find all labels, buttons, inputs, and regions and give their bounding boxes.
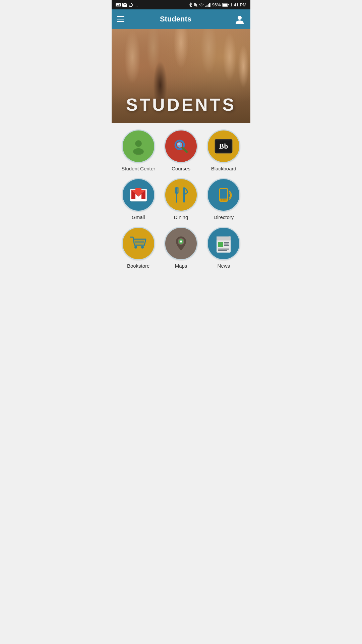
directory-icon: [214, 185, 233, 205]
grid-row-2: Gmail Dining: [117, 178, 245, 220]
svg-rect-53: [218, 242, 223, 247]
directory-icon-circle: [207, 178, 240, 212]
blackboard-label: Blackboard: [211, 166, 236, 171]
news-button[interactable]: News: [205, 227, 242, 269]
dots-label: ...: [134, 2, 138, 7]
gmail-icon: [129, 186, 148, 203]
svg-point-18: [133, 148, 143, 154]
app-grid: Student Center Courses Bb: [112, 123, 250, 282]
svg-rect-9: [209, 3, 210, 7]
dining-icon: [171, 185, 191, 205]
bookstore-button[interactable]: Bookstore: [120, 227, 157, 269]
student-center-button[interactable]: Student Center: [120, 129, 157, 171]
wifi-icon: [199, 3, 204, 7]
news-label: News: [218, 263, 230, 269]
grid-row-3: Bookstore Maps: [117, 227, 245, 269]
time-label: 1:41 PM: [230, 2, 246, 7]
svg-rect-13: [223, 4, 227, 6]
courses-icon-circle: [164, 129, 198, 163]
svg-rect-58: [218, 250, 227, 251]
mute-icon: [193, 2, 197, 7]
profile-button[interactable]: [234, 14, 245, 24]
svg-rect-56: [224, 245, 229, 246]
dining-icon-circle: [164, 178, 198, 212]
mail-status-icon: [122, 3, 127, 7]
status-left: ...: [116, 2, 138, 7]
svg-point-22: [177, 143, 180, 145]
blackboard-button[interactable]: Bb Blackboard: [205, 129, 242, 171]
svg-point-46: [134, 246, 137, 249]
svg-rect-57: [218, 249, 229, 250]
svg-point-14: [238, 16, 242, 20]
student-center-icon: [129, 137, 148, 156]
blackboard-icon: Bb: [214, 138, 234, 155]
dining-label: Dining: [174, 214, 188, 220]
bookstore-icon-circle: [122, 227, 155, 260]
svg-rect-54: [224, 242, 229, 243]
news-icon-circle: [207, 227, 240, 260]
svg-rect-6: [205, 6, 206, 7]
svg-rect-39: [221, 199, 223, 201]
svg-rect-12: [228, 4, 229, 5]
grid-row-1: Student Center Courses Bb: [117, 129, 245, 171]
signal-icon: [205, 3, 211, 7]
courses-button[interactable]: Courses: [163, 129, 199, 171]
directory-label: Directory: [214, 214, 234, 220]
gallery-icon: [116, 3, 121, 7]
maps-label: Maps: [175, 263, 187, 269]
bluetooth-icon: [189, 2, 192, 7]
svg-rect-31: [135, 188, 141, 191]
student-center-label: Student Center: [121, 166, 155, 171]
courses-icon: [171, 137, 191, 156]
svg-rect-10: [210, 3, 211, 7]
svg-point-2: [119, 4, 120, 5]
svg-point-50: [180, 240, 182, 243]
status-bar: ... 96% 1:41 PM: [112, 0, 250, 9]
bookstore-icon: [128, 234, 148, 253]
dining-button[interactable]: Dining: [163, 178, 199, 220]
student-center-icon-circle: [122, 129, 155, 163]
gmail-button[interactable]: Gmail: [120, 178, 157, 220]
svg-point-47: [141, 246, 144, 249]
bookstore-label: Bookstore: [127, 263, 150, 269]
maps-button[interactable]: Maps: [163, 227, 199, 269]
maps-icon-circle: [164, 227, 198, 260]
hero-text: STUDENTS: [126, 95, 236, 123]
svg-rect-55: [224, 244, 229, 245]
battery-label: 96%: [212, 2, 221, 7]
svg-rect-41: [225, 199, 227, 201]
hero-banner: STUDENTS: [112, 29, 250, 123]
courses-label: Courses: [172, 166, 190, 171]
sync-icon: [128, 3, 133, 7]
svg-point-17: [135, 141, 141, 147]
gmail-icon-circle: [122, 178, 155, 212]
svg-rect-7: [206, 5, 207, 7]
svg-text:Bb: Bb: [219, 142, 228, 150]
menu-button[interactable]: [117, 16, 124, 22]
svg-rect-38: [220, 189, 227, 199]
maps-icon: [171, 234, 191, 253]
svg-rect-43: [134, 239, 144, 245]
news-icon: [214, 234, 233, 253]
app-header: Students: [112, 9, 250, 29]
blackboard-icon-circle: Bb: [207, 129, 240, 163]
battery-icon: [222, 3, 229, 7]
svg-rect-40: [223, 199, 225, 201]
gmail-label: Gmail: [132, 214, 145, 220]
status-right: 96% 1:41 PM: [189, 2, 246, 7]
directory-button[interactable]: Directory: [205, 178, 242, 220]
svg-line-21: [183, 148, 187, 152]
svg-rect-8: [208, 4, 209, 7]
page-title: Students: [130, 15, 222, 23]
